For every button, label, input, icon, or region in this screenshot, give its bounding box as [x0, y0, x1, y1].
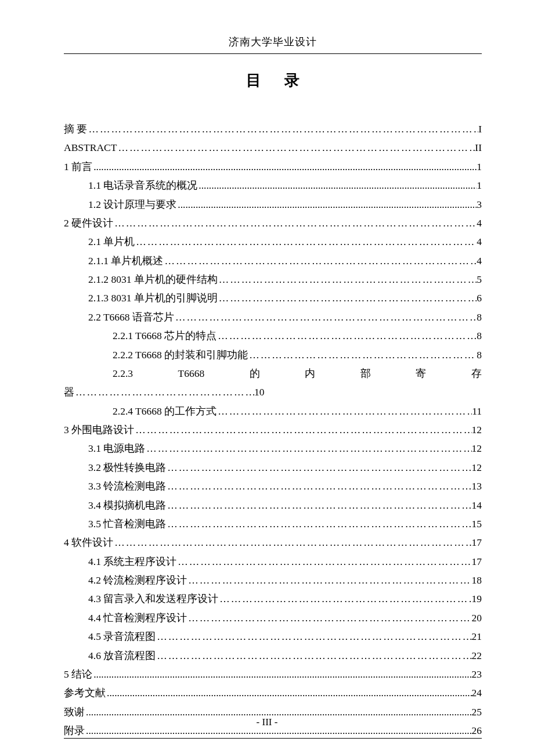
toc-label: 2.1 单片机 — [88, 232, 135, 251]
toc-entry: 4.3 留言录入和发送程序设计19 — [64, 589, 482, 608]
title-left: 目 — [246, 72, 261, 89]
toc-label: 2.2.4 T6668 的工作方式 — [113, 402, 217, 420]
toc-leader — [106, 683, 472, 702]
toc-body: 摘 要IABSTRACTII1 前言11.1 电话录音系统的概况11.2 设计原… — [64, 120, 482, 740]
toc-token: 2.2.3 — [113, 364, 133, 383]
toc-label: 2.2.2 T6668 的封装和引脚功能 — [113, 345, 248, 364]
toc-token: 存 — [471, 364, 482, 383]
toc-leader — [113, 214, 477, 232]
toc-page-number: II — [475, 138, 482, 157]
toc-page-number: 6 — [477, 289, 482, 307]
toc-leader — [117, 138, 475, 157]
toc-label: 1.1 电话录音系统的概况 — [88, 176, 197, 195]
toc-leader — [187, 571, 471, 589]
toc-entry: 1.2 设计原理与要求3 — [64, 195, 482, 214]
toc-leader — [166, 458, 471, 477]
page-footer: - III - — [0, 717, 534, 728]
toc-page-number: 12 — [472, 439, 482, 458]
toc-leader — [163, 251, 477, 270]
toc-leader — [156, 646, 471, 665]
toc-label: 2.2 T6668 语音芯片 — [88, 308, 174, 326]
toc-label: 参考文献 — [64, 683, 106, 702]
toc-token: 部 — [360, 364, 371, 383]
toc-label: 1 前言 — [64, 157, 92, 176]
toc-leader — [217, 402, 472, 420]
toc-page-number: 20 — [472, 609, 482, 627]
toc-page-number: 4 — [477, 251, 482, 270]
toc-label: 4.2 铃流检测程序设计 — [88, 571, 187, 589]
toc-leader — [176, 195, 477, 214]
toc-underline — [64, 738, 482, 739]
toc-page-number: 19 — [472, 589, 482, 608]
toc-page-number: 22 — [472, 646, 482, 665]
toc-page-number: 17 — [472, 533, 482, 552]
toc-leader — [248, 345, 477, 364]
toc-entry: 参考文献24 — [64, 683, 482, 702]
toc-label: 2.1.2 8031 单片机的硬件结构 — [88, 270, 218, 289]
toc-entry: 4.4 忙音检测程序设计20 — [64, 609, 482, 627]
toc-page-number: 3 — [477, 195, 482, 214]
toc-leader — [218, 270, 477, 289]
toc-entry: 4.1 系统主程序设计17 — [64, 552, 482, 571]
toc-page-number: 14 — [472, 496, 482, 514]
toc-label: 3.5 忙音检测电路 — [88, 514, 166, 533]
page-container: 济南大学毕业设计 目录 摘 要IABSTRACTII1 前言11.1 电话录音系… — [0, 0, 534, 756]
toc-leader — [166, 496, 471, 514]
toc-entry: 1.1 电话录音系统的概况1 — [64, 176, 482, 195]
toc-entry: 4.2 铃流检测程序设计18 — [64, 571, 482, 589]
toc-entry: 1 前言1 — [64, 157, 482, 176]
toc-label: 1.2 设计原理与要求 — [88, 195, 176, 214]
toc-label: 3.3 铃流检测电路 — [88, 477, 166, 495]
toc-page-number: 8 — [477, 345, 482, 364]
toc-entry: 3.1 电源电路12 — [64, 439, 482, 458]
toc-leader — [218, 589, 471, 608]
toc-label: 5 结论 — [64, 665, 92, 683]
toc-leader — [113, 533, 471, 552]
toc-label: 4.3 留言录入和发送程序设计 — [88, 589, 218, 608]
toc-page-number: 8 — [477, 308, 482, 326]
toc-page-number: 8 — [477, 326, 482, 345]
toc-token: 内 — [305, 364, 315, 383]
toc-title: 目录 — [64, 70, 482, 91]
toc-page-number: 17 — [472, 552, 482, 571]
toc-page-number: 13 — [472, 477, 482, 495]
toc-leader — [145, 439, 471, 458]
running-header: 济南大学毕业设计 — [64, 35, 482, 54]
toc-page-number: 1 — [477, 157, 482, 176]
toc-page-number: 21 — [472, 627, 482, 646]
toc-token: 的 — [250, 364, 260, 383]
toc-label: 2.2.1 T6668 芯片的特点 — [113, 326, 217, 345]
toc-leader — [135, 232, 477, 251]
toc-entry: 2.1.1 单片机概述4 — [64, 251, 482, 270]
toc-page-number: 11 — [472, 402, 482, 420]
toc-label: 3 外围电路设计 — [64, 420, 134, 439]
toc-label: 器 — [64, 383, 74, 401]
toc-label: ABSTRACT — [64, 138, 117, 157]
toc-leader — [92, 665, 471, 683]
toc-page-number: 18 — [472, 571, 482, 589]
toc-entry: 2 硬件设计4 — [64, 214, 482, 232]
toc-leader — [166, 514, 471, 533]
toc-entry: 3 外围电路设计12 — [64, 420, 482, 439]
toc-leader — [134, 420, 471, 439]
toc-leader — [217, 326, 477, 345]
toc-entry: 4.6 放音流程图22 — [64, 646, 482, 665]
toc-label: 4.5 录音流程图 — [88, 627, 156, 646]
toc-token: T6668 — [178, 364, 205, 383]
toc-label: 4.4 忙音检测程序设计 — [88, 609, 187, 627]
toc-page-number: 4 — [477, 214, 482, 232]
toc-leader — [197, 176, 477, 195]
toc-label: 3.4 模拟摘机电路 — [88, 496, 166, 514]
toc-label: 摘 要 — [64, 120, 87, 138]
toc-entry: 3.4 模拟摘机电路14 — [64, 496, 482, 514]
toc-leader — [176, 552, 471, 571]
toc-label: 4.1 系统主程序设计 — [88, 552, 176, 571]
toc-entry: 2.2 T6668 语音芯片8 — [64, 308, 482, 326]
toc-entry: 2.2.4 T6668 的工作方式11 — [64, 402, 482, 420]
toc-label: 4.6 放音流程图 — [88, 646, 156, 665]
toc-entry: 2.2.1 T6668 芯片的特点8 — [64, 326, 482, 345]
toc-page-number: 5 — [477, 270, 482, 289]
toc-entry: 3.5 忙音检测电路15 — [64, 514, 482, 533]
toc-leader — [174, 308, 477, 326]
toc-page-number: 10 — [254, 383, 265, 401]
